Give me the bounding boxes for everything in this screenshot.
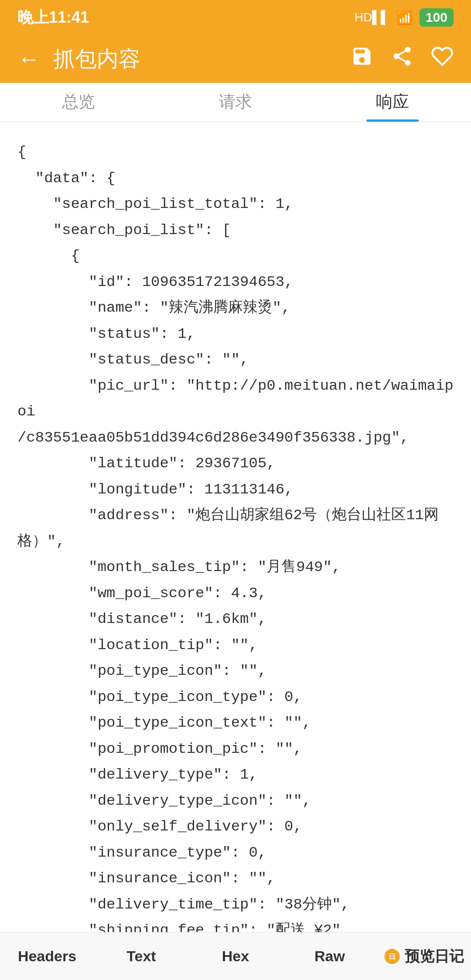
tab-response-indicator xyxy=(366,119,419,122)
svg-text:日: 日 xyxy=(389,953,396,960)
status-time: 晚上11:41 xyxy=(17,7,89,28)
bottom-nav: Headers Text Hex Raw 日 预览日记 xyxy=(0,932,471,980)
favorite-button[interactable] xyxy=(431,45,454,73)
signal-icon: HD▌▌ xyxy=(355,10,389,24)
wifi-icon: 📶 xyxy=(396,10,413,25)
status-icons: HD▌▌ 📶 100 xyxy=(355,8,454,27)
page-title: 抓包内容 xyxy=(53,44,140,74)
top-bar: ← 抓包内容 xyxy=(0,35,471,83)
bottom-nav-preview[interactable]: 日 预览日记 xyxy=(377,946,471,966)
bottom-nav-hex[interactable]: Hex xyxy=(188,948,283,965)
status-bar: 晚上11:41 HD▌▌ 📶 100 xyxy=(0,0,471,35)
tab-request-label: 请求 xyxy=(219,91,252,113)
share-button[interactable] xyxy=(391,45,413,73)
preview-with-icon: 日 预览日记 xyxy=(384,946,464,966)
battery-indicator: 100 xyxy=(420,8,454,27)
tab-overview[interactable]: 总览 xyxy=(0,91,157,122)
save-button[interactable] xyxy=(351,45,373,73)
bottom-nav-headers-label: Headers xyxy=(18,948,76,965)
bottom-nav-raw[interactable]: Raw xyxy=(283,948,377,965)
tabs-container: 总览 请求 响应 xyxy=(0,83,471,122)
bottom-nav-text[interactable]: Text xyxy=(94,948,188,965)
back-button[interactable]: ← xyxy=(17,46,40,72)
bottom-nav-preview-label: 预览日记 xyxy=(405,946,464,966)
preview-logo-icon: 日 xyxy=(384,948,400,965)
top-bar-actions xyxy=(351,45,454,73)
content-area: { "data": { "search_poi_list_total": 1, … xyxy=(0,122,471,980)
bottom-nav-text-label: Text xyxy=(126,948,156,965)
tab-response[interactable]: 响应 xyxy=(314,91,471,122)
tab-request[interactable]: 请求 xyxy=(157,91,314,122)
top-bar-left: ← 抓包内容 xyxy=(17,44,140,74)
tab-response-label: 响应 xyxy=(376,91,409,113)
tab-overview-label: 总览 xyxy=(62,91,95,113)
bottom-nav-headers[interactable]: Headers xyxy=(0,948,94,965)
bottom-nav-hex-label: Hex xyxy=(222,948,249,965)
json-response-content: { "data": { "search_poi_list_total": 1, … xyxy=(17,140,454,980)
bottom-nav-raw-label: Raw xyxy=(314,948,345,965)
